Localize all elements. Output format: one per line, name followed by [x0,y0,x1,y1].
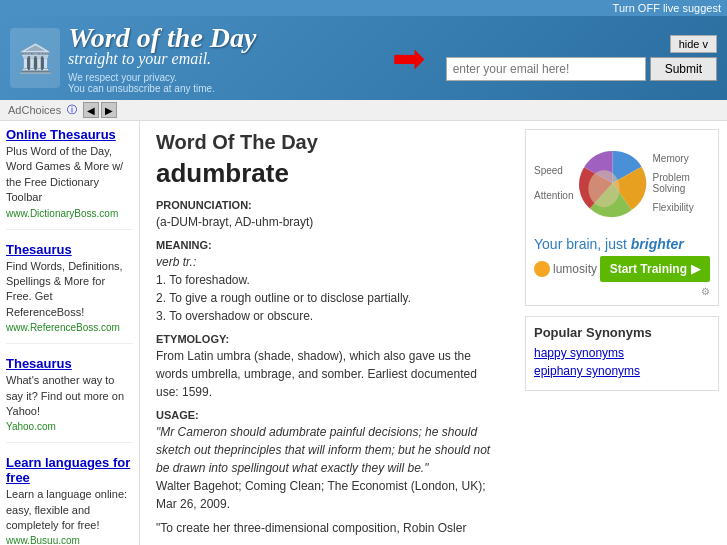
sidebar-ad-3: Learn languages for free Learn a languag… [6,455,133,545]
main-layout: Online Thesaurus Plus Word of the Day, W… [0,121,727,545]
sidebar-ad-2-desc: What's another way to say it? Find out m… [6,373,133,419]
sidebar-ad-2-url: Yahoo.com [6,421,133,432]
sidebar: Online Thesaurus Plus Word of the Day, W… [0,121,140,545]
synonym-link-0[interactable]: happy synonyms [534,346,710,360]
ad-bar: AdChoices ⓘ ◀ ▶ [0,100,727,121]
statue-icon: 🏛️ [10,28,60,88]
header-input-area: hide v Submit [446,35,717,81]
meaning-label: MEANING: [156,239,501,251]
sidebar-ad-2-title[interactable]: Thesaurus [6,356,133,371]
meaning-2: 2. To give a rough outline or to disclos… [156,289,501,307]
brain-tagline-em: brighter [631,236,684,252]
pronunciation-label: PRONUNCIATION: [156,199,501,211]
brain-pie-chart [577,138,648,228]
sidebar-ad-3-url: www.Busuu.com [6,535,133,545]
word-name: adumbrate [156,158,501,189]
etymology-label: ETYMOLOGY: [156,333,501,345]
hide-button[interactable]: hide v [670,35,717,53]
right-panel: Speed Attention [517,121,727,545]
start-training-label: Start Training [610,262,687,276]
email-row: Submit [446,57,717,81]
brain-labels-left: Speed Attention [534,165,573,201]
sidebar-ad-3-title[interactable]: Learn languages for free [6,455,133,485]
sidebar-ad-2: Thesaurus What's another way to say it? … [6,356,133,443]
popular-synonyms-section: Popular Synonyms happy synonyms epiphany… [525,316,719,391]
brain-widget: Speed Attention [525,129,719,306]
sidebar-ad-3-desc: Learn a language online: easy, flexible … [6,487,133,533]
label-attention: Attention [534,190,573,201]
unsubscribe-text: You can unsubscribe at any time. [68,83,215,94]
submit-button[interactable]: Submit [650,57,717,81]
label-problem-solving: Problem Solving [653,172,710,194]
sidebar-ad-0: Online Thesaurus Plus Word of the Day, W… [6,127,133,230]
gear-icon-area: ⚙ [534,286,710,297]
lumosity-icon [534,261,550,277]
svg-point-0 [589,170,620,207]
sidebar-ad-0-url: www.DictionaryBoss.com [6,208,133,219]
synonym-link-1[interactable]: epiphany synonyms [534,364,710,378]
label-memory: Memory [653,153,710,164]
lumosity-row: lumosity Start Training ▶ [534,256,710,282]
email-input[interactable] [446,57,646,81]
sidebar-ad-1-title[interactable]: Thesaurus [6,242,133,257]
label-speed: Speed [534,165,573,176]
meaning-type: verb tr.: [156,253,501,271]
lumosity-name: lumosity [553,262,597,276]
center-content: Word Of The Day adumbrate PRONUNCIATION:… [140,121,517,545]
ad-choices-label: AdChoices [8,104,61,116]
sidebar-ad-0-title[interactable]: Online Thesaurus [6,127,133,142]
sidebar-ad-1: Thesaurus Find Words, Definitions, Spell… [6,242,133,345]
start-training-button[interactable]: Start Training ▶ [600,256,710,282]
meaning-3: 3. To overshadow or obscure. [156,307,501,325]
usage-attribution: Walter Bagehot; Coming Clean; The Econom… [156,477,501,513]
ad-choices-icon: ⓘ [67,103,77,117]
meaning-1: 1. To foreshadow. [156,271,501,289]
usage-quote: "Mr Cameron should adumbrate painful dec… [156,423,501,477]
usage-label: USAGE: [156,409,501,421]
sidebar-ad-0-desc: Plus Word of the Day, Word Games & More … [6,144,133,206]
word-of-day-heading: Word Of The Day [156,131,501,154]
pronunciation-content: (a-DUM-brayt, AD-uhm-brayt) [156,213,501,231]
sidebar-ad-1-desc: Find Words, Definitions, Spellings & Mor… [6,259,133,321]
usage-extra: "To create her three-dimensional composi… [156,519,501,537]
brain-labels-right: Memory Problem Solving Flexibility [653,153,710,213]
brain-chart-area: Speed Attention [534,138,710,228]
privacy-text: We respect your privacy. [68,72,177,83]
header-left: Word of the Day straight to your email. … [68,22,256,94]
lumosity-logo: lumosity [534,261,597,277]
meaning-type-em: verb tr.: [156,255,196,269]
header-banner: 🏛️ Word of the Day straight to your emai… [0,16,727,100]
ad-nav: ◀ ▶ [83,102,117,118]
ad-next-button[interactable]: ▶ [101,102,117,118]
header-subtitle: straight to your email. [68,50,256,68]
brain-tagline-text: Your brain, just [534,236,631,252]
ad-prev-button[interactable]: ◀ [83,102,99,118]
etymology-content: From Latin umbra (shade, shadow), which … [156,347,501,401]
popular-synonyms-title: Popular Synonyms [534,325,710,340]
label-flexibility: Flexibility [653,202,710,213]
top-bar: Turn OFF live suggest [0,0,727,16]
turn-off-link[interactable]: Turn OFF live suggest [613,2,721,14]
gear-icon[interactable]: ⚙ [701,286,710,297]
arrow-icon: ➡ [392,35,426,81]
header-privacy: We respect your privacy. You can unsubsc… [68,72,256,94]
play-icon: ▶ [691,262,700,276]
sidebar-ad-1-url: www.ReferenceBoss.com [6,322,133,333]
brain-tagline: Your brain, just brighter [534,236,710,252]
